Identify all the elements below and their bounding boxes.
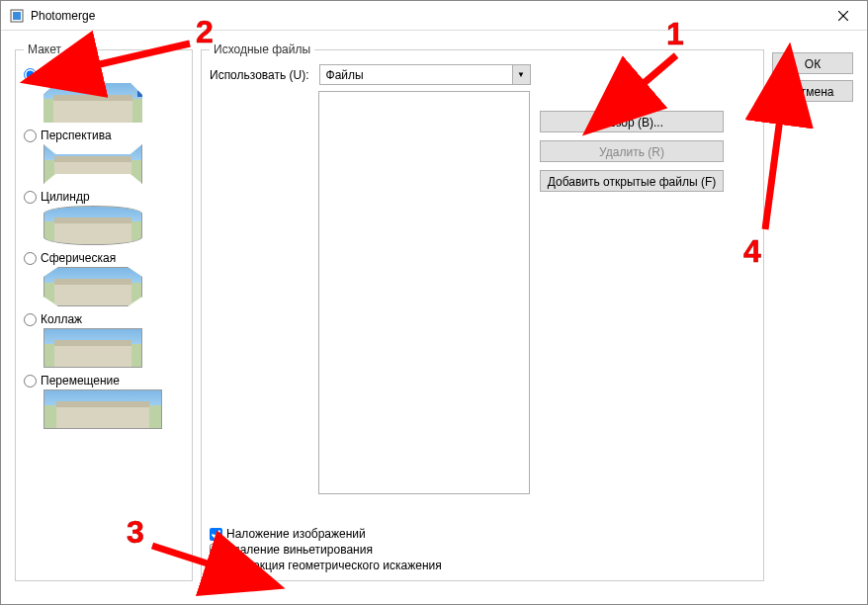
ok-button[interactable]: ОК bbox=[772, 52, 853, 74]
remove-button[interactable]: Удалить (R) bbox=[540, 140, 724, 162]
label-distortion: Коррекция геометрического искажения bbox=[226, 559, 442, 572]
action-column: ОК Отмена bbox=[772, 43, 853, 590]
radio-collage[interactable] bbox=[24, 313, 37, 326]
radio-reposition[interactable] bbox=[24, 375, 37, 388]
check-blend[interactable] bbox=[210, 528, 222, 541]
layout-fieldset: Макет Авто Перспектива Цилиндр Сферическ… bbox=[15, 43, 193, 581]
chevron-down-icon: ▼ bbox=[512, 65, 530, 84]
titlebar: Photomerge bbox=[1, 1, 867, 31]
use-dropdown[interactable]: Файлы ▼ bbox=[319, 64, 531, 85]
label-spherical: Сферическая bbox=[41, 251, 116, 265]
thumb-collage[interactable] bbox=[43, 328, 142, 368]
source-legend: Исходные файлы bbox=[210, 43, 314, 56]
svg-rect-1 bbox=[13, 12, 21, 20]
browse-button[interactable]: Обзор (B)... bbox=[540, 111, 724, 132]
radio-auto[interactable] bbox=[24, 68, 37, 81]
label-reposition: Перемещение bbox=[41, 374, 120, 388]
label-blend: Наложение изображений bbox=[226, 527, 366, 541]
label-auto: Авто bbox=[41, 67, 66, 81]
thumb-perspective[interactable] bbox=[43, 144, 142, 184]
add-open-files-button[interactable]: Добавить открытые файлы (F) bbox=[540, 170, 724, 192]
label-cylindrical: Цилиндр bbox=[41, 190, 90, 204]
window-title: Photomerge bbox=[31, 9, 95, 23]
label-collage: Коллаж bbox=[41, 312, 82, 326]
use-label: Использовать (U): bbox=[210, 68, 309, 82]
check-distortion[interactable] bbox=[210, 560, 222, 572]
label-vignette: Удаление виньетирования bbox=[226, 543, 373, 557]
cancel-button[interactable]: Отмена bbox=[772, 80, 853, 102]
thumb-cylindrical[interactable] bbox=[43, 206, 142, 245]
radio-spherical[interactable] bbox=[24, 252, 37, 265]
layout-legend: Макет bbox=[24, 43, 65, 56]
check-vignette[interactable] bbox=[210, 544, 222, 557]
close-button[interactable] bbox=[821, 1, 865, 31]
thumb-spherical[interactable] bbox=[43, 267, 142, 306]
thumb-reposition[interactable] bbox=[43, 389, 162, 429]
use-dropdown-value: Файлы bbox=[320, 68, 512, 82]
source-fieldset: Исходные файлы Использовать (U): Файлы ▼… bbox=[201, 43, 764, 581]
file-list[interactable] bbox=[318, 91, 530, 494]
label-perspective: Перспектива bbox=[41, 129, 112, 142]
photomerge-dialog: Photomerge Макет Авто Перспектива Цилинд… bbox=[0, 0, 868, 605]
app-icon bbox=[9, 8, 25, 24]
close-icon bbox=[838, 11, 848, 21]
radio-cylindrical[interactable] bbox=[24, 191, 37, 204]
thumb-auto[interactable] bbox=[43, 83, 142, 123]
radio-perspective[interactable] bbox=[24, 130, 37, 142]
